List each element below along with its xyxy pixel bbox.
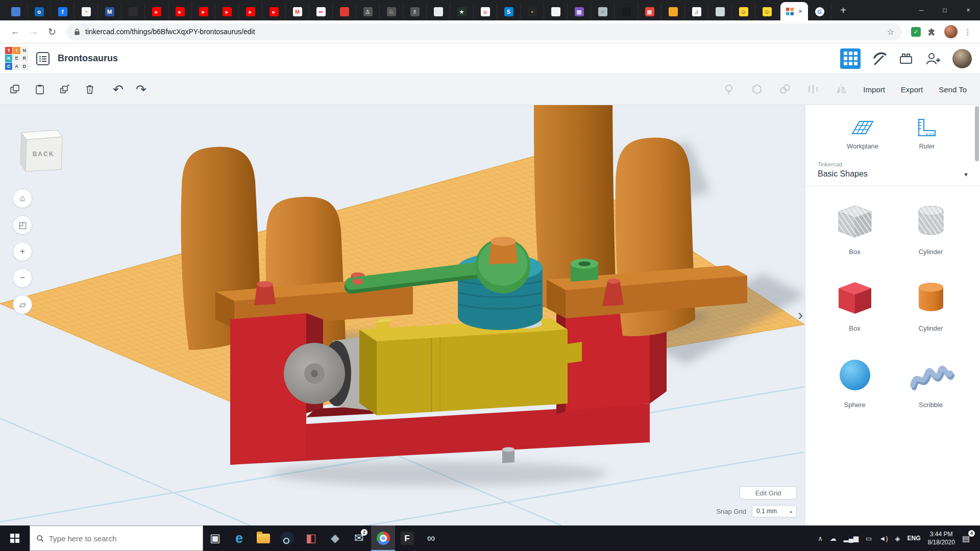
- tab-pin-gray[interactable]: [708, 3, 732, 20]
- search-input[interactable]: [49, 534, 197, 543]
- back-button[interactable]: ←: [7, 26, 23, 37]
- user-avatar[interactable]: [952, 49, 972, 68]
- tab-pin-red[interactable]: [333, 3, 356, 20]
- tab-pin-chess-knight[interactable]: ♘: [380, 3, 403, 20]
- snap-grid-select[interactable]: 0.1 mm ▴: [752, 505, 797, 517]
- show-all-bulb-icon[interactable]: [723, 83, 735, 95]
- tab-tinkercad[interactable]: ×: [780, 2, 808, 20]
- taskbar-mail-icon[interactable]: ✉ 2: [347, 525, 371, 551]
- ortho-view-button[interactable]: ▱: [13, 295, 32, 314]
- workplane-tool[interactable]: Workplane: [847, 117, 878, 150]
- tray-volume-icon[interactable]: ◄): [879, 535, 888, 542]
- tab-pin-youtube[interactable]: ▸: [192, 3, 215, 20]
- redo-button[interactable]: ↷: [136, 83, 146, 96]
- maximize-button[interactable]: □: [933, 0, 957, 20]
- export-button[interactable]: Export: [901, 85, 923, 94]
- extensions-puzzle-icon[interactable]: [928, 27, 937, 37]
- panel-scrollbar[interactable]: [975, 106, 979, 161]
- taskbar-edge-icon[interactable]: e: [227, 525, 251, 551]
- notification-center-icon[interactable]: ▤ 4: [962, 534, 973, 543]
- taskbar-file-explorer-icon[interactable]: [251, 525, 275, 551]
- tab-pin-youtube[interactable]: ▸: [145, 3, 168, 20]
- model-servo[interactable]: [359, 318, 568, 415]
- tab-google[interactable]: G: [808, 3, 831, 20]
- tab-pin-bee[interactable]: [662, 3, 685, 20]
- tab-pin-lego-a[interactable]: ☺: [732, 3, 755, 20]
- 3d-scene[interactable]: [0, 105, 805, 525]
- 3d-viewport[interactable]: BACK ⌂◰+−▱ › Edit Grid Snap Grid 0.1 mm …: [0, 105, 805, 525]
- shape-library-dropdown[interactable]: Tinkercad Basic Shapes ▼: [805, 158, 980, 186]
- edit-grid-button[interactable]: Edit Grid: [740, 486, 797, 499]
- taskbar-steam-icon[interactable]: [275, 525, 299, 551]
- design-title[interactable]: Brontosaurus: [58, 53, 118, 64]
- tab-pin-outlook[interactable]: o: [28, 3, 51, 20]
- home-view-button[interactable]: ⌂: [13, 189, 32, 208]
- model-servo-tab[interactable]: [568, 342, 582, 363]
- tab-pin-clock[interactable]: ◔: [75, 3, 98, 20]
- minecraft-pickaxe-icon[interactable]: [872, 51, 887, 66]
- forward-button[interactable]: →: [26, 26, 42, 37]
- design-menu-button[interactable]: [35, 51, 51, 66]
- tab-pin-keys[interactable]: ▦: [568, 3, 591, 20]
- shape-box-solid[interactable]: Box: [831, 277, 878, 332]
- undo-button[interactable]: ↶: [113, 83, 124, 96]
- ruler-tool[interactable]: Ruler: [915, 117, 939, 150]
- tab-pin-m[interactable]: M: [98, 3, 121, 20]
- minimize-button[interactable]: ─: [910, 0, 933, 20]
- hole-shape-icon[interactable]: [751, 83, 763, 95]
- close-button[interactable]: ×: [957, 0, 980, 20]
- panel-collapse-chevron[interactable]: ›: [798, 307, 803, 322]
- brick-icon[interactable]: [898, 51, 914, 66]
- tab-pin-grid-red[interactable]: ▦: [638, 3, 662, 20]
- tab-pin-dot[interactable]: •: [521, 3, 544, 20]
- taskbar-fortnite-icon[interactable]: F: [395, 525, 419, 551]
- language-indicator[interactable]: ENG: [907, 535, 920, 542]
- delete-icon[interactable]: [84, 84, 95, 95]
- browser-menu-icon[interactable]: ⋮: [963, 27, 973, 37]
- tab-pin-udemy[interactable]: u: [474, 3, 497, 20]
- tab-pin-star[interactable]: ★: [450, 3, 474, 20]
- import-button[interactable]: Import: [863, 85, 885, 94]
- adblock-extension-icon[interactable]: ✓: [911, 27, 921, 37]
- tab-pin-chess-bishop[interactable]: ♗: [403, 3, 427, 20]
- paste-icon[interactable]: [34, 84, 45, 95]
- tray-color-icon[interactable]: ◈: [895, 535, 900, 542]
- taskbar-store-icon[interactable]: ◧: [299, 525, 323, 551]
- tab-pin-lego-b[interactable]: ☺: [755, 3, 779, 20]
- shape-cylinder-solid[interactable]: Cylinder: [908, 277, 954, 332]
- share-person-icon[interactable]: [925, 51, 941, 66]
- taskbar-search-box[interactable]: [30, 525, 203, 551]
- tab-pin-gmail[interactable]: M: [286, 3, 309, 20]
- tab-pin-youtube[interactable]: ▸: [262, 3, 286, 20]
- duplicate-icon[interactable]: [59, 84, 70, 95]
- tab-pin-app[interactable]: [4, 3, 28, 20]
- tab-pin-s[interactable]: S: [497, 3, 521, 20]
- shape-scribble[interactable]: Scribble: [908, 354, 954, 409]
- tray-network-icon[interactable]: ▂▄▆: [844, 535, 859, 542]
- send-to-button[interactable]: Send To: [939, 85, 967, 94]
- taskbar-infinity-icon[interactable]: ∞: [419, 525, 443, 551]
- tray-chevron-icon[interactable]: ∧: [818, 535, 823, 542]
- tinkercad-logo[interactable]: TINKERCAD: [5, 47, 28, 70]
- view-cube[interactable]: BACK: [15, 127, 66, 178]
- tray-onedrive-icon[interactable]: ☁: [830, 535, 837, 542]
- align-icon[interactable]: [807, 83, 819, 95]
- bookmark-star-icon[interactable]: ☆: [887, 27, 894, 37]
- tab-pin-piano[interactable]: ♫: [685, 3, 708, 20]
- dashboard-grid-button[interactable]: [840, 48, 861, 69]
- taskbar-clock[interactable]: 3:44 PM 8/18/2020: [927, 530, 954, 546]
- tab-pin-youtube[interactable]: ▸: [239, 3, 262, 20]
- tab-close-icon[interactable]: ×: [798, 8, 802, 15]
- browser-profile-avatar[interactable]: [944, 25, 958, 38]
- fit-view-button[interactable]: ◰: [13, 215, 32, 235]
- copy-icon[interactable]: [9, 84, 20, 95]
- url-bar[interactable]: tinkercad.com/things/b6BfwcXqxPY-brontos…: [66, 23, 902, 40]
- tab-pin-disc[interactable]: [121, 3, 145, 20]
- taskbar-chrome-icon[interactable]: [371, 525, 395, 551]
- start-button[interactable]: [0, 525, 30, 551]
- tab-pin-flickr[interactable]: ••: [309, 3, 333, 20]
- reload-button[interactable]: ↻: [44, 26, 60, 38]
- tab-pin-dev[interactable]: [615, 3, 638, 20]
- shape-box-hole[interactable]: Box: [831, 201, 878, 256]
- tab-pin-youtube[interactable]: ▸: [168, 3, 192, 20]
